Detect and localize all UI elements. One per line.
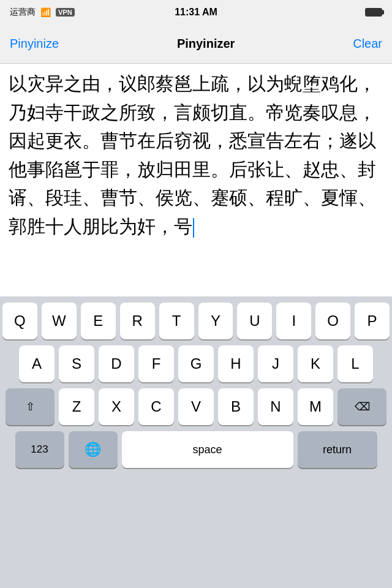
key-m[interactable]: M bbox=[298, 388, 333, 425]
nav-bar: Pinyinize Pinyinizer Clear bbox=[0, 24, 392, 64]
key-u[interactable]: U bbox=[237, 303, 272, 339]
key-r[interactable]: R bbox=[120, 303, 155, 339]
numbers-key[interactable]: 123 bbox=[15, 431, 64, 468]
key-y[interactable]: Y bbox=[198, 303, 233, 339]
key-g[interactable]: G bbox=[178, 345, 214, 382]
key-q[interactable]: Q bbox=[2, 303, 37, 339]
shift-key[interactable]: ⇧ bbox=[6, 388, 55, 425]
text-before-cursor: 以灾异之由，议郎蔡邕上疏，以为蜺堕鸡化，乃妇寺干政之所致，言颇切直。帝览奏叹息，… bbox=[9, 74, 376, 236]
key-o[interactable]: O bbox=[315, 303, 350, 339]
keyboard-row-bottom: 123 🌐 space return bbox=[2, 431, 390, 472]
key-v[interactable]: V bbox=[178, 388, 214, 425]
carrier-label: 运营商 bbox=[10, 7, 36, 18]
key-b[interactable]: B bbox=[218, 388, 254, 425]
globe-key[interactable]: 🌐 bbox=[69, 431, 118, 468]
key-k[interactable]: K bbox=[298, 345, 333, 382]
key-w[interactable]: W bbox=[42, 303, 77, 339]
status-time: 11:31 AM bbox=[175, 7, 217, 18]
delete-key[interactable]: ⌫ bbox=[337, 388, 386, 425]
status-bar: 运营商 📶 VPN 11:31 AM bbox=[0, 0, 392, 24]
pinyinize-button[interactable]: Pinyinize bbox=[10, 37, 59, 51]
wifi-icon: 📶 bbox=[40, 7, 51, 17]
keyboard-row-1: Q W E R T Y U I O P bbox=[2, 303, 390, 339]
key-f[interactable]: F bbox=[138, 345, 174, 382]
space-key[interactable]: space bbox=[122, 431, 293, 468]
battery-icon bbox=[365, 8, 382, 17]
key-a[interactable]: A bbox=[19, 345, 55, 382]
key-c[interactable]: C bbox=[138, 388, 174, 425]
key-p[interactable]: P bbox=[355, 303, 390, 339]
key-h[interactable]: H bbox=[218, 345, 254, 382]
keyboard-row-2: A S D F G H J K L bbox=[2, 345, 390, 382]
key-z[interactable]: Z bbox=[59, 388, 94, 425]
nav-title: Pinyinizer bbox=[177, 37, 235, 51]
key-t[interactable]: T bbox=[159, 303, 194, 339]
status-left: 运营商 📶 VPN bbox=[10, 7, 75, 18]
content-text: 以灾异之由，议郎蔡邕上疏，以为蜺堕鸡化，乃妇寺干政之所致，言颇切直。帝览奏叹息，… bbox=[9, 70, 383, 241]
clear-button[interactable]: Clear bbox=[353, 37, 382, 51]
return-key[interactable]: return bbox=[298, 431, 377, 468]
keyboard: Q W E R T Y U I O P A S D F G H J K L ⇧ … bbox=[0, 296, 392, 588]
key-x[interactable]: X bbox=[99, 388, 134, 425]
vpn-badge: VPN bbox=[56, 8, 75, 17]
status-right bbox=[365, 8, 382, 17]
content-area[interactable]: 以灾异之由，议郎蔡邕上疏，以为蜺堕鸡化，乃妇寺干政之所致，言颇切直。帝览奏叹息，… bbox=[0, 64, 392, 296]
key-j[interactable]: J bbox=[258, 345, 293, 382]
key-e[interactable]: E bbox=[81, 303, 116, 339]
keyboard-row-3: ⇧ Z X C V B N M ⌫ bbox=[2, 388, 390, 425]
key-s[interactable]: S bbox=[59, 345, 94, 382]
key-l[interactable]: L bbox=[337, 345, 373, 382]
key-i[interactable]: I bbox=[276, 303, 311, 339]
key-n[interactable]: N bbox=[258, 388, 293, 425]
text-cursor bbox=[193, 218, 194, 238]
key-d[interactable]: D bbox=[99, 345, 134, 382]
